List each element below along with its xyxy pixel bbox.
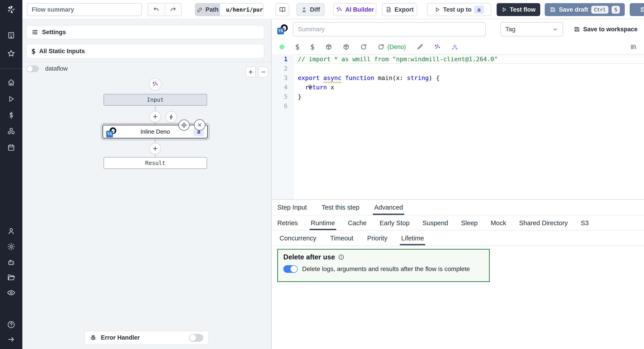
- zoom-in-button[interactable]: +: [246, 67, 256, 77]
- test-flow-label: Test flow: [510, 6, 536, 13]
- info-icon[interactable]: [338, 254, 344, 260]
- deploy-button[interactable]: [630, 3, 644, 16]
- tab-mock[interactable]: Mock: [490, 216, 506, 230]
- dataflow-toggle[interactable]: [26, 65, 39, 72]
- settings-gear-icon[interactable]: [7, 242, 16, 251]
- diff-label: Diff: [310, 6, 320, 13]
- reset-runtime-icon[interactable]: [378, 43, 384, 50]
- user-icon[interactable]: [7, 227, 15, 235]
- test-up-to-label: Test up to: [443, 6, 471, 13]
- line-number: 2: [272, 64, 294, 73]
- deno-ts-icon: TS: [106, 127, 116, 137]
- tab-suspend[interactable]: Suspend: [422, 216, 448, 230]
- flow-settings-label: Settings: [42, 29, 66, 36]
- ai-flow-builder-button[interactable]: [149, 78, 162, 90]
- runtime-tabs: Concurrency Timeout Priority Lifetime: [272, 231, 644, 246]
- test-up-to-step-badge: a: [474, 5, 484, 14]
- format-brush-icon[interactable]: [416, 43, 423, 50]
- package-icon[interactable]: [343, 43, 350, 50]
- reload-icon[interactable]: [360, 43, 367, 50]
- tab-lifetime[interactable]: Lifetime: [401, 231, 424, 245]
- windmill-logo[interactable]: [0, 0, 22, 19]
- audit-eye-icon[interactable]: [7, 288, 16, 297]
- folders-icon[interactable]: [7, 273, 16, 282]
- resources-cubes-icon[interactable]: [7, 127, 16, 136]
- move-step-button[interactable]: [178, 119, 190, 131]
- step-summary-input[interactable]: [293, 22, 486, 36]
- edge-line: [155, 106, 156, 111]
- variables-dollar-icon[interactable]: [7, 111, 15, 119]
- ai-sparkles-icon[interactable]: [452, 43, 458, 50]
- input-node-label: Input: [147, 96, 164, 103]
- save-draft-button[interactable]: Save draft Ctrl S: [545, 3, 625, 16]
- editor-toolbar: $ $ (Deno): [272, 41, 644, 53]
- schedules-calendar-icon[interactable]: [7, 143, 15, 151]
- status-dot: [280, 44, 284, 49]
- zoom-out-button[interactable]: −: [258, 67, 268, 77]
- ai-builder-button[interactable]: AI Builder: [334, 3, 376, 16]
- runs-play-icon[interactable]: [8, 95, 15, 103]
- add-step-button[interactable]: [149, 143, 161, 154]
- path-label: Path: [206, 6, 219, 13]
- test-up-to-button[interactable]: Test up to a: [427, 3, 491, 16]
- redo-button[interactable]: [164, 3, 181, 16]
- export-button[interactable]: Export: [382, 3, 417, 16]
- tab-step-input[interactable]: Step Input: [277, 200, 307, 215]
- step-editor-panel: TS Tag Save to workspace $ $: [272, 19, 644, 349]
- delete-after-use-toggle[interactable]: [283, 265, 298, 273]
- add-step-button[interactable]: [149, 111, 161, 122]
- undo-button[interactable]: [148, 3, 164, 16]
- tab-s3[interactable]: S3: [581, 216, 588, 230]
- workspace-icon[interactable]: [7, 31, 15, 39]
- tab-timeout[interactable]: Timeout: [330, 231, 353, 245]
- tab-test-this-step[interactable]: Test this step: [322, 200, 359, 215]
- favorites-star-icon[interactable]: [7, 49, 16, 58]
- docs-book-button[interactable]: [276, 3, 289, 16]
- expand-arrow-icon[interactable]: [7, 335, 15, 344]
- help-icon[interactable]: [7, 321, 16, 329]
- ai-builder-label: AI Builder: [345, 6, 374, 13]
- home-icon[interactable]: [7, 78, 15, 86]
- tab-sleep[interactable]: Sleep: [461, 216, 478, 230]
- tag-select[interactable]: Tag: [500, 22, 563, 36]
- path-button[interactable]: Path u/henri/pur: [195, 3, 264, 16]
- flow-settings-button[interactable]: Settings: [26, 25, 264, 39]
- tab-runtime[interactable]: Runtime: [311, 216, 335, 230]
- dataflow-label: dataflow: [45, 65, 68, 72]
- dollar-icon: $: [31, 47, 36, 55]
- flow-summary-input[interactable]: [27, 3, 142, 16]
- plus-minus-icon: [301, 6, 307, 13]
- path-value[interactable]: u/henri/pur: [223, 3, 263, 16]
- add-trigger-bolt-button[interactable]: [166, 111, 177, 123]
- code-editor[interactable]: 1 2 3 4 5 6 // import * as wmill from "n…: [272, 54, 644, 199]
- tag-label: Tag: [505, 26, 516, 33]
- tab-advanced[interactable]: Advanced: [374, 200, 403, 215]
- save-to-workspace-button[interactable]: Save to workspace: [574, 26, 638, 33]
- all-static-inputs-button[interactable]: $ All Static Inputs: [26, 44, 264, 58]
- tab-priority[interactable]: Priority: [367, 231, 387, 245]
- workers-robot-icon[interactable]: [7, 258, 16, 267]
- bug-icon: [90, 334, 97, 342]
- diff-button[interactable]: Diff: [296, 3, 324, 16]
- flow-node-result[interactable]: Result: [104, 157, 207, 169]
- tab-cache[interactable]: Cache: [348, 216, 367, 230]
- library-icon[interactable]: [630, 43, 637, 50]
- tab-retries[interactable]: Retries: [277, 216, 298, 230]
- tab-shared-directory[interactable]: Shared Directory: [519, 216, 568, 230]
- advanced-tabs: Retries Runtime Cache Early Stop Suspend…: [272, 216, 644, 231]
- flow-node-inline-deno[interactable]: TS Inline Deno a: [102, 125, 208, 139]
- error-handler-toggle[interactable]: [189, 334, 203, 342]
- tab-early-stop[interactable]: Early Stop: [380, 216, 410, 230]
- ai-wand-icon[interactable]: [434, 43, 441, 50]
- variables-dollar-icon[interactable]: $: [295, 43, 300, 51]
- test-flow-button[interactable]: Test flow: [497, 3, 540, 16]
- tab-concurrency[interactable]: Concurrency: [280, 231, 316, 245]
- step-header: TS Tag Save to workspace: [272, 19, 644, 39]
- delete-step-button[interactable]: [194, 119, 205, 130]
- resources-dollar-icon[interactable]: $: [310, 43, 314, 51]
- dataflow-row: dataflow: [26, 65, 68, 72]
- error-handler-card[interactable]: Error Handler: [84, 331, 209, 345]
- flow-panel: Settings $ All Static Inputs dataflow + …: [22, 19, 272, 349]
- package-icon[interactable]: [325, 43, 332, 50]
- flow-node-input[interactable]: Input: [104, 94, 207, 106]
